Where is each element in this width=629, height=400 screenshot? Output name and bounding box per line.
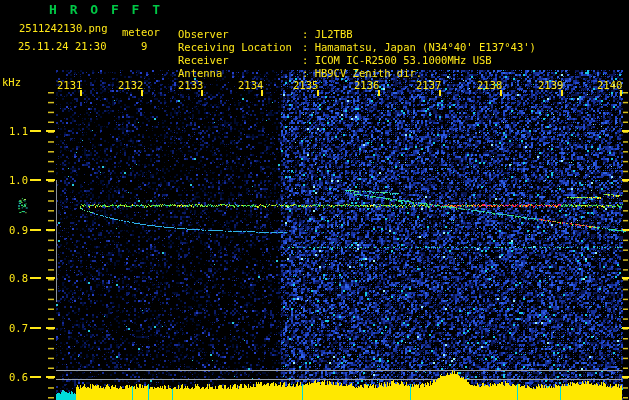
y-axis-tick-label: 1.1 [2, 125, 28, 137]
x-axis-tick-label: 2137 [416, 79, 441, 91]
x-axis-tick-label: 2134 [238, 79, 263, 91]
info-label: Receiver [178, 54, 302, 67]
x-axis-tick-label: 2138 [477, 79, 502, 91]
x-axis-tick-label: 2133 [178, 79, 203, 91]
info-value: JL2TBB [315, 28, 353, 40]
y-axis-tick-label: 0.8 [2, 272, 28, 284]
x-axis-tick-label: 2135 [293, 79, 318, 91]
info-value: Hamamatsu, Japan (N34°40' E137°43') [315, 41, 536, 53]
station-info-row: Receiving Location: Hamamatsu, Japan (N3… [178, 41, 536, 54]
x-axis-tick-label: 2139 [538, 79, 563, 91]
datetime-label: 25.11.24 21:30 [18, 40, 107, 52]
info-label: Receiving Location [178, 41, 302, 54]
x-axis-tick-label: 2131 [57, 79, 82, 91]
echo-count: 9 [141, 40, 147, 52]
x-axis-tick-label: 2132 [118, 79, 143, 91]
y-axis-tick-label: 0.9 [2, 224, 28, 236]
info-colon: : [302, 41, 308, 53]
info-colon: : [302, 28, 308, 40]
y-axis-unit: kHz [2, 76, 21, 88]
station-info-row: Receiver: ICOM IC-R2500 53.1000MHz USB [178, 54, 536, 67]
hrofft-screenshot: { "header": { "title": "H R O F F T", "f… [0, 0, 629, 400]
info-colon: : [302, 67, 308, 79]
info-colon: : [302, 54, 308, 66]
info-value: ICOM IC-R2500 53.1000MHz USB [315, 54, 492, 66]
info-value: HB9CV Zenith dir. [315, 67, 422, 79]
output-filename: 2511242130.png [19, 22, 108, 34]
x-axis-tick-label: 2136 [354, 79, 379, 91]
app-title: H R O F F T [49, 2, 163, 17]
y-axis-tick-label: 1.0 [2, 174, 28, 186]
y-axis-tick-label: 0.6 [2, 371, 28, 383]
station-info: Observer: JL2TBBReceiving Location: Hama… [178, 2, 536, 80]
mode-label: meteor [122, 26, 160, 38]
station-info-row: Observer: JL2TBB [178, 28, 536, 41]
x-axis-tick-label: 2140 [597, 79, 622, 91]
info-label: Observer [178, 28, 302, 41]
y-axis-tick-label: 0.7 [2, 322, 28, 334]
